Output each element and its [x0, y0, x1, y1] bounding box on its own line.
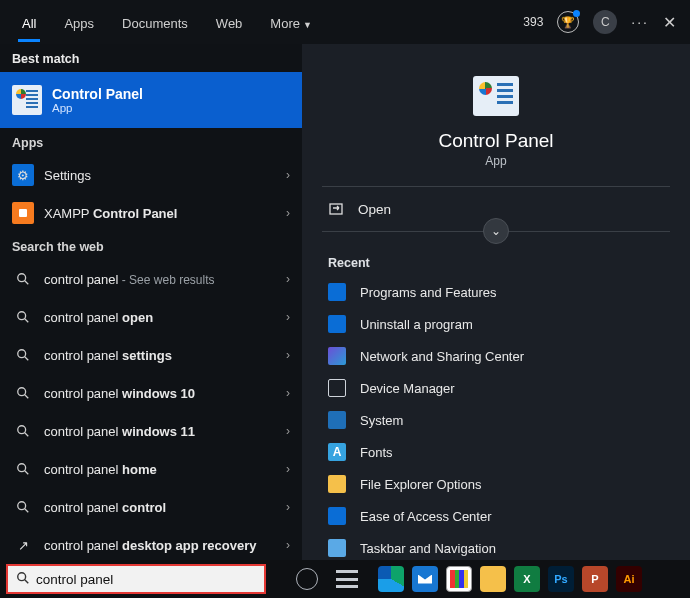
chevron-right-icon: ›	[286, 538, 290, 552]
taskbar-app-powerpoint[interactable]: P	[582, 566, 608, 592]
svg-point-12	[18, 502, 26, 510]
svg-line-16	[25, 579, 29, 583]
cortana-button[interactable]	[296, 568, 318, 590]
recent-label: Fonts	[360, 445, 393, 460]
svg-line-13	[25, 509, 29, 513]
recent-label: System	[360, 413, 403, 428]
gear-icon	[328, 507, 346, 525]
expand-chevron-button[interactable]: ⌄	[483, 218, 509, 244]
recent-item[interactable]: Network and Sharing Center	[322, 340, 670, 372]
tab-all[interactable]: All	[8, 4, 50, 41]
preview-app-icon	[473, 76, 519, 116]
taskbar-app-explorer[interactable]	[480, 566, 506, 592]
chevron-right-icon: ›	[286, 462, 290, 476]
chevron-right-icon: ›	[286, 168, 290, 182]
recent-item[interactable]: Uninstall a program	[322, 308, 670, 340]
section-search-web: Search the web	[0, 232, 302, 260]
search-icon	[12, 458, 34, 480]
svg-point-0	[18, 274, 26, 282]
svg-point-15	[18, 572, 26, 580]
svg-point-10	[18, 464, 26, 472]
recent-item[interactable]: System	[322, 404, 670, 436]
app-result[interactable]: ⚙Settings›	[0, 156, 302, 194]
recent-item[interactable]: Programs and Features	[322, 276, 670, 308]
web-result[interactable]: ↗control panel desktop app recovery›	[0, 526, 302, 560]
result-label: control panel open	[44, 310, 276, 325]
search-box[interactable]	[6, 564, 266, 594]
shield-icon	[328, 411, 346, 429]
tab-web[interactable]: Web	[202, 4, 257, 41]
web-result[interactable]: control panel home›	[0, 450, 302, 488]
close-button[interactable]: ✕	[663, 13, 676, 32]
search-icon	[12, 382, 34, 404]
recent-item[interactable]: File Explorer Options	[322, 468, 670, 500]
svg-line-11	[25, 471, 29, 475]
recent-item[interactable]: AFonts	[322, 436, 670, 468]
svg-line-3	[25, 319, 29, 323]
result-label: control panel windows 10	[44, 386, 276, 401]
taskbar: X Ps P Ai	[0, 560, 690, 598]
recent-item[interactable]: Ease of Access Center	[322, 500, 670, 532]
tab-documents[interactable]: Documents	[108, 4, 202, 41]
monitor-icon	[328, 379, 346, 397]
chevron-right-icon: ›	[286, 424, 290, 438]
search-input[interactable]	[36, 572, 256, 587]
best-match-title: Control Panel	[52, 86, 143, 102]
more-options-button[interactable]: ···	[631, 14, 649, 30]
result-label: control panel windows 11	[44, 424, 276, 439]
taskbar-app-illustrator[interactable]: Ai	[616, 566, 642, 592]
app-result[interactable]: XAMPP Control Panel›	[0, 194, 302, 232]
recent-item[interactable]: Taskbar and Navigation	[322, 532, 670, 560]
svg-point-2	[18, 312, 26, 320]
taskbar-app-mail[interactable]	[412, 566, 438, 592]
search-icon	[12, 306, 34, 328]
taskbar-app-store[interactable]	[446, 566, 472, 592]
recent-label: Ease of Access Center	[360, 509, 492, 524]
search-icon	[12, 268, 34, 290]
web-result[interactable]: control panel windows 11›	[0, 412, 302, 450]
task-view-button[interactable]	[336, 570, 358, 588]
chevron-right-icon: ›	[286, 272, 290, 286]
svg-point-8	[18, 426, 26, 434]
open-icon	[328, 201, 344, 217]
taskbar-app-photoshop[interactable]: Ps	[548, 566, 574, 592]
recent-item[interactable]: Device Manager	[322, 372, 670, 404]
best-match-result[interactable]: Control Panel App	[0, 72, 302, 128]
recent-label: Network and Sharing Center	[360, 349, 524, 364]
taskbar-app-excel[interactable]: X	[514, 566, 540, 592]
tab-apps[interactable]: Apps	[50, 4, 108, 41]
svg-point-4	[18, 350, 26, 358]
svg-point-6	[18, 388, 26, 396]
section-recent: Recent	[322, 256, 670, 270]
taskbar-app-edge[interactable]	[378, 566, 404, 592]
recent-label: Uninstall a program	[360, 317, 473, 332]
search-icon	[16, 571, 30, 588]
tab-more[interactable]: More▼	[256, 4, 326, 41]
section-best-match: Best match	[0, 44, 302, 72]
font-icon: A	[328, 443, 346, 461]
web-result[interactable]: control panel settings›	[0, 336, 302, 374]
box-blue-icon	[328, 283, 346, 301]
settings-icon: ⚙	[12, 164, 34, 186]
rewards-icon[interactable]: 🏆	[557, 11, 579, 33]
account-avatar[interactable]: C	[593, 10, 617, 34]
recent-label: Programs and Features	[360, 285, 497, 300]
taskbar-icon	[328, 539, 346, 557]
section-apps: Apps	[0, 128, 302, 156]
chevron-right-icon: ›	[286, 206, 290, 220]
svg-rect-14	[330, 204, 342, 214]
open-label: Open	[358, 202, 391, 217]
search-icon	[12, 344, 34, 366]
result-label: control panel home	[44, 462, 276, 477]
preview-panel: Control Panel App Open ⌄ Recent Programs…	[302, 44, 690, 560]
web-result[interactable]: control panel - See web results›	[0, 260, 302, 298]
xampp-icon	[12, 202, 34, 224]
result-label: control panel control	[44, 500, 276, 515]
web-result[interactable]: control panel open›	[0, 298, 302, 336]
rewards-points: 393	[523, 15, 543, 29]
web-result[interactable]: control panel control›	[0, 488, 302, 526]
web-result[interactable]: control panel windows 10›	[0, 374, 302, 412]
control-panel-icon	[12, 85, 42, 115]
chevron-down-icon: ▼	[303, 20, 312, 30]
result-label: control panel settings	[44, 348, 276, 363]
